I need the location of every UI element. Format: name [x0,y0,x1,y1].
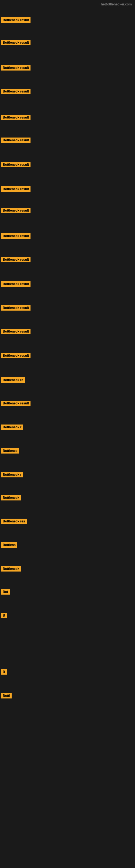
bottleneck-label: Bottleneck result [1,40,31,45]
bottleneck-item[interactable]: Bottleneck result [1,257,31,264]
bottleneck-item[interactable]: Bot [1,589,10,596]
bottleneck-item[interactable]: Bottleneck re [1,377,25,384]
bottleneck-item[interactable]: Bottleneck result [1,40,31,46]
bottleneck-label: Bottleneck result [1,233,31,239]
bottleneck-item[interactable]: Bottleneck result [1,305,31,312]
bottleneck-item[interactable]: Bottleneck result [1,18,31,24]
bottleneck-label: Bottleneck result [1,65,31,70]
bottleneck-item[interactable]: Bottleneck result [1,137,31,144]
bottleneck-item[interactable]: Bottlenec [1,448,19,455]
bottleneck-label: Bottleneck result [1,162,31,167]
bottleneck-label: Bottleneck result [1,401,31,406]
bottleneck-label: Bottleneck result [1,137,31,143]
bottleneck-label: Bottleneck result [1,186,31,192]
bottleneck-item[interactable]: Bottleneck result [1,401,31,407]
bottleneck-label: B [1,669,7,675]
bottleneck-item[interactable]: Bottleneck result [1,233,31,240]
bottleneck-label: Bottleneck result [1,281,31,287]
bottleneck-item[interactable]: Bottleneck [1,566,21,572]
bottleneck-label: Bottleneck result [1,257,31,262]
site-header: TheBottlenecker.com [0,0,135,7]
bottleneck-label: Bottlenec [1,448,19,454]
bottleneck-item[interactable]: Bottleneck result [1,186,31,193]
bottleneck-label: Bottleneck [1,495,21,500]
bottleneck-item[interactable]: Bottleneck result [1,353,31,360]
bottleneck-label: Bottleneck result [1,115,31,120]
bottleneck-label: Bottleneck [1,566,21,571]
bottleneck-label: Bottl [1,693,12,699]
bottleneck-label: Bottleneck result [1,305,31,311]
bottleneck-label: Bottlens [1,542,17,548]
bottleneck-item[interactable]: Bottleneck res [1,519,27,525]
bottleneck-item[interactable]: Bottleneck r [1,472,23,478]
bottleneck-item[interactable]: Bottleneck r [1,425,23,431]
bottleneck-item[interactable]: Bottl [1,693,12,700]
bottleneck-item[interactable]: Bottleneck result [1,65,31,72]
bottleneck-label: Bottleneck r [1,425,23,430]
bottleneck-item[interactable]: Bottleneck [1,495,21,501]
bottleneck-label: Bottleneck result [1,208,31,213]
bottleneck-label: Bottleneck result [1,353,31,358]
bottleneck-item[interactable]: Bottleneck result [1,208,31,214]
bottleneck-label: Bottleneck result [1,89,31,94]
bottleneck-item[interactable]: Bottleneck result [1,115,31,121]
bottleneck-item[interactable]: Bottleneck result [1,281,31,288]
bottleneck-label: Bottleneck res [1,519,27,524]
bottleneck-item[interactable]: B [1,613,7,619]
bottleneck-item[interactable]: B [1,669,7,676]
bottleneck-label: Bottleneck result [1,18,31,23]
bottleneck-item[interactable]: Bottlens [1,542,17,549]
bottleneck-item[interactable]: Bottleneck result [1,89,31,95]
bottleneck-item[interactable]: Bottleneck result [1,162,31,168]
bottleneck-label: B [1,613,7,618]
bottleneck-label: Bottleneck r [1,472,23,477]
bottleneck-label: Bottleneck re [1,377,25,383]
bottleneck-label: Bottleneck result [1,329,31,334]
bottleneck-label: Bot [1,589,10,595]
bottleneck-item[interactable]: Bottleneck result [1,329,31,335]
